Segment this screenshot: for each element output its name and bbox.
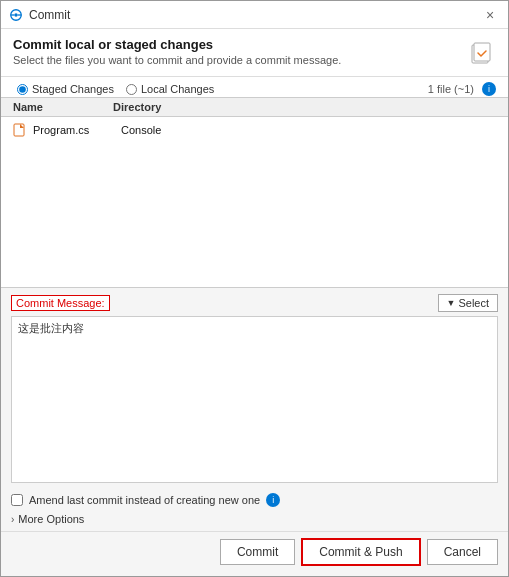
amend-label: Amend last commit instead of creating ne… bbox=[29, 494, 260, 506]
file-count: 1 file (~1) bbox=[428, 83, 474, 95]
button-row: Commit Commit & Push Cancel bbox=[1, 531, 508, 576]
commit-message-section: Commit Message: ▼ Select bbox=[1, 288, 508, 487]
tabs-left: Staged Changes Local Changes bbox=[13, 81, 218, 97]
amend-checkbox[interactable] bbox=[11, 494, 23, 506]
tabs-row: Staged Changes Local Changes 1 file (~1)… bbox=[1, 77, 508, 98]
cancel-button[interactable]: Cancel bbox=[427, 539, 498, 565]
table-header: Name Directory bbox=[1, 98, 508, 117]
commit-msg-label: Commit Message: bbox=[11, 295, 110, 311]
col-name-header: Name bbox=[13, 101, 113, 113]
amend-row: Amend last commit instead of creating ne… bbox=[1, 487, 508, 509]
tab-local[interactable]: Local Changes bbox=[122, 81, 218, 97]
file-dir: Console bbox=[121, 124, 161, 136]
chevron-right-icon: › bbox=[11, 514, 14, 525]
file-name: Program.cs bbox=[33, 124, 117, 136]
file-count-area: 1 file (~1) i bbox=[428, 82, 496, 96]
close-button[interactable]: × bbox=[480, 5, 500, 25]
dialog-title: Commit bbox=[29, 8, 70, 22]
commit-dialog: Commit × Commit local or staged changes … bbox=[0, 0, 509, 577]
more-options-label: More Options bbox=[18, 513, 84, 525]
info-icon[interactable]: i bbox=[482, 82, 496, 96]
commit-msg-header: Commit Message: ▼ Select bbox=[11, 294, 498, 312]
select-button[interactable]: ▼ Select bbox=[438, 294, 499, 312]
svg-point-1 bbox=[14, 13, 18, 17]
commit-push-button[interactable]: Commit & Push bbox=[301, 538, 420, 566]
header-text: Commit local or staged changes Select th… bbox=[13, 37, 341, 66]
col-dir-header: Directory bbox=[113, 101, 161, 113]
title-bar: Commit × bbox=[1, 1, 508, 29]
more-options-row[interactable]: › More Options bbox=[1, 509, 508, 531]
commit-icon bbox=[9, 8, 23, 22]
header-icon bbox=[468, 39, 496, 70]
file-icon bbox=[13, 123, 27, 137]
local-label: Local Changes bbox=[141, 83, 214, 95]
staged-radio[interactable] bbox=[17, 84, 28, 95]
table-row[interactable]: Program.cs Console bbox=[13, 121, 496, 139]
header-title: Commit local or staged changes bbox=[13, 37, 341, 52]
staged-label: Staged Changes bbox=[32, 83, 114, 95]
header-subtitle: Select the files you want to commit and … bbox=[13, 54, 341, 66]
select-chevron-icon: ▼ bbox=[447, 298, 456, 308]
commit-message-textarea[interactable] bbox=[11, 316, 498, 483]
table-body: Program.cs Console bbox=[1, 117, 508, 143]
svg-rect-6 bbox=[14, 124, 24, 136]
commit-button[interactable]: Commit bbox=[220, 539, 295, 565]
header-section: Commit local or staged changes Select th… bbox=[1, 29, 508, 77]
tab-staged[interactable]: Staged Changes bbox=[13, 81, 118, 97]
amend-info-icon[interactable]: i bbox=[266, 493, 280, 507]
svg-rect-5 bbox=[474, 43, 490, 61]
select-label: Select bbox=[458, 297, 489, 309]
file-table: Name Directory Program.cs Console bbox=[1, 98, 508, 288]
local-radio[interactable] bbox=[126, 84, 137, 95]
title-bar-left: Commit bbox=[9, 8, 70, 22]
